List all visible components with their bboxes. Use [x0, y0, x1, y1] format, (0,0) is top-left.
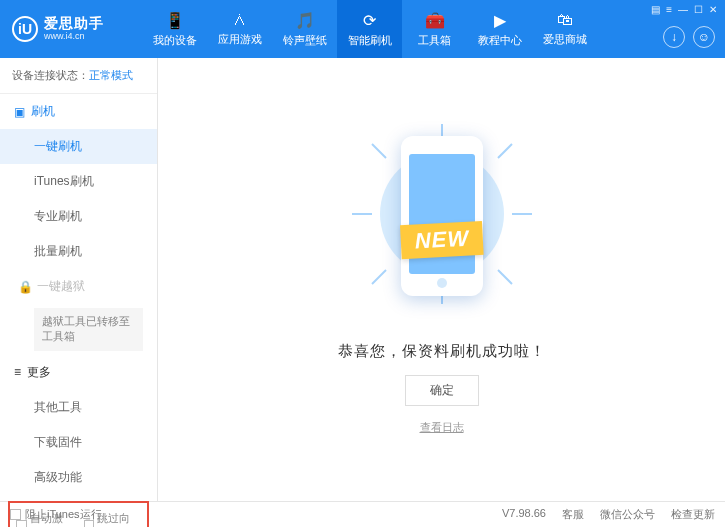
music-icon: 🎵: [295, 11, 315, 30]
jailbreak-note: 越狱工具已转移至工具箱: [34, 308, 143, 351]
flash-icon: ▣: [14, 105, 25, 119]
footer-link-support[interactable]: 客服: [562, 507, 584, 522]
bag-icon: 🛍: [557, 11, 573, 29]
new-ribbon: NEW: [400, 221, 484, 259]
ok-button[interactable]: 确定: [405, 375, 479, 406]
view-log-link[interactable]: 查看日志: [420, 420, 464, 435]
lock-icon: 🔒: [18, 280, 33, 294]
svg-line-5: [498, 270, 512, 284]
nav-toolbox[interactable]: 🧰工具箱: [402, 0, 467, 58]
version: V7.98.66: [502, 507, 546, 522]
svg-line-4: [372, 144, 386, 158]
hamburger-icon: ≡: [14, 365, 21, 379]
flash-icon: ⟳: [363, 11, 376, 30]
block-itunes-label: 阻止iTunes运行: [25, 507, 102, 522]
success-illustration: NEW: [362, 124, 522, 324]
logo-icon: iU: [12, 16, 38, 42]
window-controls: ▤ ≡ — ☐ ✕: [651, 4, 717, 15]
logo-url: www.i4.cn: [44, 32, 104, 42]
main-content: NEW 恭喜您，保资料刷机成功啦！ 确定 查看日志: [158, 58, 725, 501]
app-header: iU 爱思助手 www.i4.cn 📱我的设备 ⩑应用游戏 🎵铃声壁纸 ⟳智能刷…: [0, 0, 725, 58]
block-itunes-checkbox[interactable]: [10, 509, 21, 520]
nav-tutorials[interactable]: ▶教程中心: [467, 0, 532, 58]
top-nav: 📱我的设备 ⩑应用游戏 🎵铃声壁纸 ⟳智能刷机 🧰工具箱 ▶教程中心 🛍爱思商城: [142, 0, 597, 58]
sidebar-section-flash[interactable]: ▣ 刷机: [0, 94, 157, 129]
skin-icon[interactable]: ▤: [651, 4, 660, 15]
logo: iU 爱思助手 www.i4.cn: [0, 16, 142, 42]
nav-store[interactable]: 🛍爱思商城: [532, 0, 597, 58]
footer-link-update[interactable]: 检查更新: [671, 507, 715, 522]
nav-ringtones[interactable]: 🎵铃声壁纸: [272, 0, 337, 58]
play-icon: ▶: [494, 11, 506, 30]
nav-my-device[interactable]: 📱我的设备: [142, 0, 207, 58]
account-button[interactable]: ☺: [693, 26, 715, 48]
footer-link-wechat[interactable]: 微信公众号: [600, 507, 655, 522]
svg-line-7: [372, 270, 386, 284]
sidebar-item-batch-flash[interactable]: 批量刷机: [0, 234, 157, 269]
close-icon[interactable]: ✕: [709, 4, 717, 15]
device-status: 设备连接状态：正常模式: [0, 58, 157, 94]
sidebar-section-jailbreak: 🔒 一键越狱: [0, 269, 157, 304]
svg-line-6: [498, 144, 512, 158]
logo-title: 爱思助手: [44, 16, 104, 31]
phone-icon: 📱: [165, 11, 185, 30]
sidebar-item-pro-flash[interactable]: 专业刷机: [0, 199, 157, 234]
menu-icon[interactable]: ≡: [666, 4, 672, 15]
sidebar-section-more[interactable]: ≡ 更多: [0, 355, 157, 390]
download-button[interactable]: ↓: [663, 26, 685, 48]
sidebar-item-download-firmware[interactable]: 下载固件: [0, 425, 157, 460]
apps-icon: ⩑: [232, 11, 248, 29]
minimize-icon[interactable]: —: [678, 4, 688, 15]
toolbox-icon: 🧰: [425, 11, 445, 30]
success-message: 恭喜您，保资料刷机成功啦！: [338, 342, 546, 361]
nav-apps[interactable]: ⩑应用游戏: [207, 0, 272, 58]
sidebar-item-oneclick-flash[interactable]: 一键刷机: [0, 129, 157, 164]
maximize-icon[interactable]: ☐: [694, 4, 703, 15]
sidebar: 设备连接状态：正常模式 ▣ 刷机 一键刷机 iTunes刷机 专业刷机 批量刷机…: [0, 58, 158, 501]
sidebar-item-other-tools[interactable]: 其他工具: [0, 390, 157, 425]
nav-smart-flash[interactable]: ⟳智能刷机: [337, 0, 402, 58]
sidebar-item-advanced[interactable]: 高级功能: [0, 460, 157, 495]
sidebar-item-itunes-flash[interactable]: iTunes刷机: [0, 164, 157, 199]
